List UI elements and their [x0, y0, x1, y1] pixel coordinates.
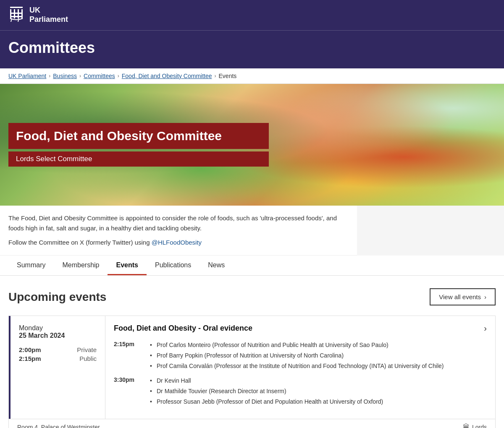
event-access-1: Private [77, 346, 97, 353]
tab-summary[interactable]: Summary [8, 256, 54, 275]
witness-1-3: Prof Camila Corvalán (Professor at the I… [150, 361, 487, 371]
witness-1-2: Prof Barry Popkin (Professor of Nutritio… [150, 350, 487, 361]
event-title-row: Food, Diet and Obesity - Oral evidence › [114, 324, 487, 333]
witness-1-1: Prof Carlos Monteiro (Professor of Nutri… [150, 340, 487, 350]
breadcrumb-link-committee[interactable]: Food, Diet and Obesity Committee [122, 73, 212, 79]
hero-subtitle-box: Lords Select Committee [8, 151, 269, 167]
breadcrumb-link-parliament[interactable]: UK Parliament [8, 73, 46, 79]
description-box: The Food, Diet and Obesity Committee is … [0, 206, 357, 256]
hero-section: Food, Diet and Obesity Committee Lords S… [0, 84, 504, 206]
chevron-right-icon: › [484, 293, 486, 300]
breadcrumb-separator-3: › [118, 73, 119, 79]
lords-badge: 🏛 Lords [463, 423, 487, 428]
chamber-label: Lords [472, 424, 487, 428]
tab-membership[interactable]: Membership [54, 256, 108, 275]
svg-rect-5 [10, 13, 23, 14]
content-area: Upcoming events View all events › Monday… [0, 276, 504, 428]
witness-2-3: Professor Susan Jebb (Professor of Diet … [150, 397, 487, 407]
hero-overlay: Food, Diet and Obesity Committee Lords S… [0, 84, 277, 206]
event-card: Monday 25 March 2024 2:00pm Private 2:15… [8, 316, 496, 428]
event-date-column: Monday 25 March 2024 2:00pm Private 2:15… [9, 316, 105, 419]
tab-events[interactable]: Events [108, 256, 146, 275]
tabs-nav: Summary Membership Events Publications N… [0, 256, 504, 276]
session-time-2: 3:30pm [114, 376, 143, 407]
event-time-row-2: 2:15pm Public [19, 355, 97, 362]
page-title-bar: Committees [0, 30, 504, 68]
witnesses-list-2: Dr Kevin Hall Dr Mathilde Touvier (Resea… [150, 376, 487, 407]
event-time-2: 2:15pm [19, 355, 41, 362]
breadcrumb-separator-2: › [79, 73, 81, 79]
event-time-row-1: 2:00pm Private [19, 346, 97, 353]
svg-rect-0 [10, 7, 23, 8]
logo-area[interactable]: UK Parliament [8, 6, 68, 24]
site-header: UK Parliament [0, 0, 504, 30]
event-date: 25 March 2024 [19, 332, 97, 339]
witness-2-2: Dr Mathilde Touvier (Research Director a… [150, 386, 487, 397]
session-time-1: 2:15pm [114, 340, 143, 371]
witness-2-1: Dr Kevin Hall [150, 376, 487, 386]
committee-title: Food, Diet and Obesity Committee [16, 129, 261, 143]
svg-rect-6 [10, 16, 23, 17]
event-details-column: Food, Diet and Obesity - Oral evidence ›… [105, 316, 495, 419]
committee-subtitle: Lords Select Committee [16, 155, 92, 163]
breadcrumb-separator-1: › [49, 73, 50, 79]
site-name: UK Parliament [29, 6, 68, 24]
page-title: Committees [8, 39, 496, 57]
session-row-1: 2:15pm Prof Carlos Monteiro (Professor o… [114, 340, 487, 371]
hero-title-box: Food, Diet and Obesity Committee [8, 123, 269, 149]
event-title: Food, Diet and Obesity - Oral evidence [114, 324, 252, 333]
breadcrumb-separator-4: › [215, 73, 216, 79]
twitter-follow: Follow the Committee on X (formerly Twit… [8, 237, 349, 248]
event-time-1: 2:00pm [19, 346, 41, 353]
tab-news[interactable]: News [200, 256, 233, 275]
event-location: Room 4, Palace of Westminster [17, 424, 100, 428]
breadcrumb-link-business[interactable]: Business [53, 73, 77, 79]
breadcrumb-current: Events [219, 73, 237, 79]
event-chevron-icon[interactable]: › [484, 324, 487, 333]
parliament-logo-icon [8, 6, 24, 24]
event-access-2: Public [79, 355, 97, 362]
event-day: Monday [19, 324, 97, 332]
breadcrumb-link-committees[interactable]: Committees [84, 73, 115, 79]
events-header: Upcoming events View all events › [8, 288, 496, 305]
view-all-events-button[interactable]: View all events › [430, 288, 496, 305]
twitter-handle-link[interactable]: @HLFoodObesity [152, 239, 202, 246]
tab-publications[interactable]: Publications [147, 256, 200, 275]
witnesses-list-1: Prof Carlos Monteiro (Professor of Nutri… [150, 340, 487, 371]
event-card-main: Monday 25 March 2024 2:00pm Private 2:15… [9, 316, 495, 419]
upcoming-events-heading: Upcoming events [8, 290, 106, 304]
lords-icon: 🏛 [463, 423, 470, 428]
session-row-2: 3:30pm Dr Kevin Hall Dr Mathilde Touvier… [114, 376, 487, 407]
committee-description: The Food, Diet and Obesity Committee is … [8, 213, 349, 233]
event-footer: Room 4, Palace of Westminster 🏛 Lords [9, 419, 495, 428]
breadcrumb: UK Parliament › Business › Committees › … [0, 68, 504, 84]
